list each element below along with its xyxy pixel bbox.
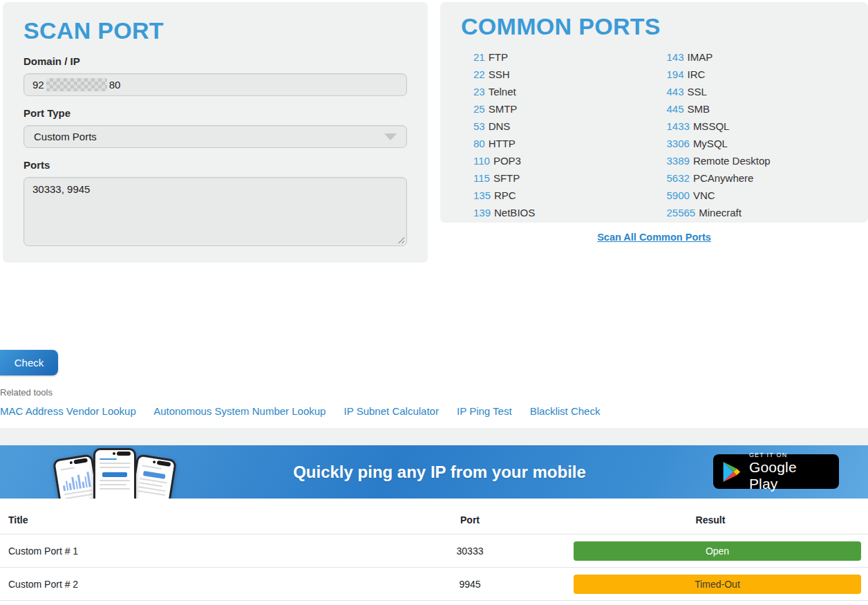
common-port-item: 25SMTP [473, 100, 654, 118]
common-port-item: 1433MSSQL [667, 118, 848, 135]
section-divider-strip [0, 428, 868, 445]
common-ports-grid: 21FTP 22SSH 23Telnet 25SMTP 53DNS 80HTTP… [461, 48, 847, 221]
scan-all-common-ports-link[interactable]: Scan All Common Ports [440, 232, 868, 243]
banner-headline: Quickly ping any IP from your mobile [293, 463, 586, 482]
common-port-item: 21FTP [473, 48, 654, 66]
port-type-selected-value: Custom Ports [34, 131, 97, 142]
scan-port-panel: SCAN PORT Domain / IP 92 80 Port Type Cu… [3, 2, 428, 263]
ports-value: 30333, 9945 [32, 183, 90, 195]
common-port-item: 445SMB [667, 100, 848, 118]
common-ports-panel: COMMON PORTS 21FTP 22SSH 23Telnet 25SMTP… [440, 2, 868, 223]
header-port: Port [387, 514, 553, 525]
common-port-item: 3306MySQL [667, 135, 848, 152]
common-port-item: 80HTTP [473, 135, 654, 152]
results-table-header: Title Port Result [0, 499, 868, 534]
header-title: Title [0, 514, 387, 525]
common-port-item: 5632PCAnywhere [667, 169, 848, 187]
phone-mockup-middle [93, 448, 136, 499]
common-port-item: 22SSH [473, 66, 654, 83]
port-type-label: Port Type [23, 107, 407, 119]
port-type-select[interactable]: Custom Ports [23, 125, 407, 148]
common-port-item: 143IMAP [667, 48, 848, 66]
link-ip-subnet-calculator[interactable]: IP Subnet Calculator [344, 405, 439, 417]
link-blacklist-check[interactable]: Blacklist Check [530, 405, 601, 417]
row-port: 30333 [387, 546, 553, 557]
get-it-on-text: GET IT ON [749, 452, 829, 458]
common-ports-right-column: 143IMAP 194IRC 443SSL 445SMB 1433MSSQL 3… [654, 48, 848, 221]
related-tools-label: Related tools [0, 387, 868, 398]
common-port-item: 5900VNC [667, 187, 848, 204]
domain-ip-value-suffix: 80 [109, 79, 121, 91]
row-port: 9945 [387, 579, 553, 590]
row-title: Custom Port # 2 [0, 579, 387, 590]
common-port-item: 25565Minecraft [667, 204, 848, 221]
results-table: Title Port Result Custom Port # 1 30333 … [0, 499, 868, 601]
related-tools-links: MAC Address Vendor Lookup Autonomous Sys… [0, 405, 868, 417]
common-port-item: 443SSL [667, 83, 848, 100]
common-ports-column: COMMON PORTS 21FTP 22SSH 23Telnet 25SMTP… [440, 2, 868, 243]
ports-textarea[interactable]: 30333, 9945 [23, 177, 407, 246]
status-badge-open: Open [574, 541, 861, 561]
google-play-text: Google Play [749, 459, 829, 492]
ports-label: Ports [23, 159, 407, 171]
common-port-item: 115SFTP [473, 169, 654, 187]
link-autonomous-system-number-lookup[interactable]: Autonomous System Number Lookup [153, 405, 326, 417]
chevron-down-icon [384, 133, 397, 140]
domain-ip-value-prefix: 92 [32, 79, 44, 91]
top-panels: SCAN PORT Domain / IP 92 80 Port Type Cu… [0, 0, 868, 263]
google-play-badge-text: GET IT ON Google Play [749, 452, 829, 492]
common-port-item: 110POP3 [473, 152, 654, 169]
common-port-item: 139NetBIOS [473, 204, 654, 221]
common-ports-title: COMMON PORTS [461, 13, 847, 40]
common-port-item: 194IRC [667, 66, 848, 83]
check-button[interactable]: Check [0, 350, 58, 375]
google-play-icon [723, 462, 742, 482]
domain-ip-label: Domain / IP [23, 55, 407, 67]
domain-ip-input[interactable]: 92 80 [23, 73, 407, 96]
google-play-badge[interactable]: GET IT ON Google Play [713, 454, 839, 489]
common-port-item: 135RPC [473, 187, 654, 204]
common-port-item: 3389Remote Desktop [667, 152, 848, 169]
promo-banner: Quickly ping any IP from your mobile GET… [0, 445, 868, 499]
common-ports-left-column: 21FTP 22SSH 23Telnet 25SMTP 53DNS 80HTTP… [461, 48, 654, 221]
redacted-ip-segment [46, 78, 107, 91]
common-port-item: 53DNS [473, 118, 654, 135]
status-badge-timed-out: Timed-Out [574, 575, 861, 594]
link-ip-ping-test[interactable]: IP Ping Test [457, 405, 512, 417]
mobile-app-phones-image [59, 448, 173, 499]
header-result: Result [553, 514, 868, 525]
scan-port-title: SCAN PORT [23, 17, 407, 44]
table-row: Custom Port # 1 30333 Open [0, 534, 868, 568]
table-row: Custom Port # 2 9945 Timed-Out [0, 568, 868, 601]
row-title: Custom Port # 1 [0, 546, 387, 557]
link-mac-address-vendor-lookup[interactable]: MAC Address Vendor Lookup [0, 405, 136, 417]
resize-handle-icon[interactable] [397, 236, 404, 243]
common-port-item: 23Telnet [473, 83, 654, 100]
